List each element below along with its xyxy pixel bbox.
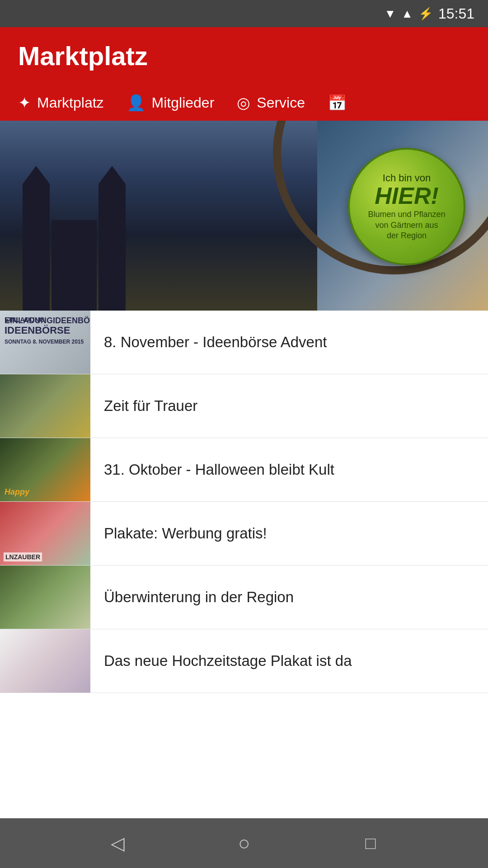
news-title-4: Plakate: Werbung gratis!	[90, 515, 281, 552]
tab-marktplatz-label: Marktplatz	[37, 94, 104, 111]
header: Marktplatz ✦ Marktplatz 👤 Mitglieder ◎ S…	[0, 27, 488, 121]
list-item[interactable]: Das neue Hochzeitstage Plakat ist da	[0, 629, 488, 693]
tower-left	[23, 184, 50, 311]
signal-icon: ▲	[401, 7, 413, 21]
bottom-nav	[0, 818, 488, 868]
list-item[interactable]: EINLADUNGIDEENBÖRSESONNTAG 8. NOVEMBER 2…	[0, 311, 488, 374]
back-button[interactable]	[102, 827, 133, 859]
news-title-6: Das neue Hochzeitstage Plakat ist da	[90, 642, 365, 680]
list-item[interactable]: Happy 31. Oktober - Halloween bleibt Kul…	[0, 438, 488, 502]
bubble-sub-text: Blumen und Pflanzenvon Gärtnern ausder R…	[368, 209, 445, 241]
nav-tabs: ✦ Marktplatz 👤 Mitglieder ◎ Service 📅	[18, 85, 470, 121]
tab-service[interactable]: ◎ Service	[228, 85, 319, 121]
tab-service-label: Service	[257, 94, 305, 111]
person-icon: 👤	[127, 94, 145, 112]
news-thumb-1: EINLADUNGIDEENBÖRSESONNTAG 8. NOVEMBER 2…	[0, 311, 90, 374]
news-title-3: 31. Oktober - Halloween bleibt Kult	[90, 451, 348, 489]
calendar-icon: 📅	[328, 94, 347, 112]
status-icons: ▼ ▲ ⚡ 15:51	[384, 5, 474, 22]
news-thumb-5	[0, 566, 90, 629]
news-title-2: Zeit für Trauer	[90, 387, 211, 425]
news-thumb-4: LNZAUBER	[0, 502, 90, 565]
green-bubble: Ich bin von HIER! Blumen und Pflanzenvon…	[348, 148, 465, 265]
list-item[interactable]: LNZAUBER Plakate: Werbung gratis!	[0, 502, 488, 566]
tab-kalender[interactable]: 📅	[319, 85, 360, 121]
status-time: 15:51	[438, 5, 474, 22]
recents-button[interactable]	[355, 827, 386, 859]
tab-mitglieder-label: Mitglieder	[152, 94, 215, 111]
tower-mid	[52, 220, 97, 311]
list-item[interactable]: Zeit für Trauer	[0, 374, 488, 438]
news-title-1: 8. November - Ideenbörse Advent	[90, 324, 340, 361]
cathedral-shape	[23, 184, 126, 311]
status-bar: ▼ ▲ ⚡ 15:51	[0, 0, 488, 27]
marktplatz-icon: ✦	[18, 94, 31, 112]
banner: Ich bin von HIER! Blumen und Pflanzenvon…	[0, 121, 488, 311]
list-item[interactable]: Überwinterung in der Region	[0, 566, 488, 629]
news-thumb-6	[0, 629, 90, 693]
service-icon: ◎	[237, 94, 250, 112]
wifi-icon: ▼	[384, 7, 396, 21]
news-thumb-2	[0, 374, 90, 438]
news-list: EINLADUNGIDEENBÖRSESONNTAG 8. NOVEMBER 2…	[0, 311, 488, 818]
tower-right	[99, 184, 126, 311]
home-button[interactable]	[228, 827, 260, 859]
page-title: Marktplatz	[18, 41, 470, 71]
news-thumb-3: Happy	[0, 438, 90, 501]
tab-mitglieder[interactable]: 👤 Mitglieder	[117, 85, 228, 121]
news-title-5: Überwinterung in der Region	[90, 579, 307, 616]
bubble-main-text: HIER!	[375, 184, 439, 208]
tab-marktplatz[interactable]: ✦ Marktplatz	[18, 85, 117, 121]
battery-icon: ⚡	[418, 7, 433, 21]
